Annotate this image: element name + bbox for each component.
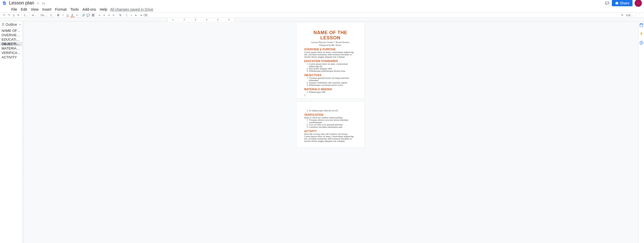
list-item[interactable]: Pellentesque pellentesque dictum urna. xyxy=(309,70,356,72)
overview-body[interactable]: Lorem ipsum dolor sit amet, consectetuer… xyxy=(304,51,356,58)
document-page[interactable]: NAME OF THE LESSON Lesson Plan for Grade… xyxy=(296,22,364,99)
menu-view[interactable]: View xyxy=(29,7,40,12)
section-overview[interactable]: OVERVIEW & PURPOSE xyxy=(304,48,356,51)
separator xyxy=(117,13,117,17)
font-select[interactable]: Os… xyxy=(39,14,47,17)
font-size-select[interactable]: 1… xyxy=(49,14,54,17)
avatar[interactable] xyxy=(635,0,642,7)
editing-mode-icon[interactable]: ✎ xyxy=(620,13,624,17)
list-item[interactable]: Lorem ipsum dolor sit amet, consectetuer… xyxy=(309,63,356,68)
separator xyxy=(123,13,124,17)
list-item[interactable]: Pellentesque (30) xyxy=(309,91,356,93)
separator xyxy=(48,13,48,17)
keep-icon[interactable] xyxy=(639,32,643,36)
list-item[interactable]: Pellentesque accumsan auctor tortor. xyxy=(309,84,356,86)
clear-format-icon[interactable]: ⌫ xyxy=(143,13,148,17)
list-item[interactable]: Curabitur tincidunt elementum ante xyxy=(309,126,356,128)
ruler-tick: 2 xyxy=(179,18,190,21)
menu-bar: File Edit View Insert Format Tools Add-o… xyxy=(0,6,644,13)
undo-icon[interactable]: ↶ xyxy=(2,13,6,17)
section-activity[interactable]: ACTIVITY xyxy=(304,130,356,133)
highlight-icon[interactable]: ✏ xyxy=(75,13,79,17)
menu-format[interactable]: Format xyxy=(53,7,68,12)
page-number: 1 xyxy=(304,94,306,97)
redo-icon[interactable]: ↷ xyxy=(7,13,11,17)
align-right-icon[interactable]: ≡ xyxy=(107,13,111,17)
paint-format-icon[interactable]: ✎ xyxy=(16,13,20,17)
menu-file[interactable]: File xyxy=(9,7,19,12)
ruler-tick: 4 xyxy=(201,18,212,21)
ruler-tick: 3 xyxy=(190,18,201,21)
separator xyxy=(636,13,636,17)
verification-list[interactable]: Vivamus ultrices eros nec lectus interdu… xyxy=(304,119,356,128)
bold-icon[interactable]: B xyxy=(56,13,60,17)
link-icon[interactable]: 🔗 xyxy=(81,13,86,17)
outline-close-icon[interactable]: × xyxy=(19,23,21,26)
outline-item[interactable]: OVERVIEW … xyxy=(0,33,22,37)
document-page[interactable]: Ut ullamcorper ultricies est (5) VERIFIC… xyxy=(296,102,364,148)
comment-add-icon[interactable]: 💬 xyxy=(86,13,90,17)
outline-item[interactable]: ACTIVITY xyxy=(0,55,22,59)
italic-icon[interactable]: I xyxy=(61,13,65,17)
outline-toggle-icon[interactable]: ☰ xyxy=(2,23,4,26)
comments-icon[interactable] xyxy=(605,1,610,6)
align-center-icon[interactable]: ≡ xyxy=(102,13,106,17)
align-left-icon[interactable]: ≡ xyxy=(97,13,102,17)
outline-item[interactable]: EDUCATION… xyxy=(0,37,22,42)
editing-mode-label[interactable]: Edi… xyxy=(625,14,634,17)
section-standards[interactable]: EDUCATION STANDARDS xyxy=(304,60,356,63)
menu-help[interactable]: Help xyxy=(98,7,109,12)
print-icon[interactable]: ⎙ xyxy=(11,13,16,17)
separator xyxy=(21,13,22,17)
move-icon[interactable]: ▭ xyxy=(42,1,45,5)
list-item[interactable]: Vivamus gravida lorem vel neque pulvinar… xyxy=(309,77,356,82)
document-canvas[interactable]: NAME OF THE LESSON Lesson Plan for Grade… xyxy=(22,21,638,243)
lesson-subtitle[interactable]: Lesson Plan for Grade 7, Social Science xyxy=(304,41,356,44)
objectives-list[interactable]: Vivamus gravida lorem vel neque pulvinar… xyxy=(304,77,356,86)
text-color-icon[interactable]: A xyxy=(70,13,74,17)
side-panel xyxy=(638,21,644,243)
style-select[interactable]: H… xyxy=(31,14,37,17)
outline-item[interactable]: OBJECTIVES xyxy=(0,42,22,46)
standards-list[interactable]: Lorem ipsum dolor sit amet, consectetuer… xyxy=(304,63,356,72)
menu-edit[interactable]: Edit xyxy=(19,7,29,12)
decrease-indent-icon[interactable]: ⇤ xyxy=(134,13,138,17)
numbered-list-icon[interactable]: ⒈ xyxy=(125,13,129,17)
image-icon[interactable]: 🖼 xyxy=(91,13,95,17)
materials-list[interactable]: Pellentesque (30) xyxy=(304,91,356,93)
lesson-title[interactable]: NAME OF THE LESSON xyxy=(304,30,356,41)
calendar-icon[interactable] xyxy=(639,23,643,27)
bulleted-list-icon[interactable]: • xyxy=(129,13,133,17)
underline-icon[interactable]: U xyxy=(66,13,70,17)
collapse-icon[interactable]: ˆ xyxy=(638,13,642,17)
menu-addons[interactable]: Add-ons xyxy=(81,7,98,12)
section-verification[interactable]: VERIFICATION xyxy=(304,113,356,116)
tasks-icon[interactable] xyxy=(639,41,643,45)
list-item[interactable]: Ut ullamcorper ultricies est (5) xyxy=(309,110,356,112)
outline-item[interactable]: NAME OF T… xyxy=(0,28,22,33)
share-button[interactable]: Share xyxy=(612,0,633,6)
document-title[interactable]: Lesson plan xyxy=(9,0,34,6)
lesson-author[interactable]: Prepared by Ms. Writer xyxy=(304,44,356,46)
zoom-select[interactable]: 1… xyxy=(23,14,28,17)
activity-body[interactable]: Lorem ipsum dolor sit amet, consectetuer… xyxy=(304,135,356,142)
outline-item[interactable]: MATERIALS… xyxy=(0,46,22,51)
materials-list-cont[interactable]: Ut ullamcorper ultricies est (5) xyxy=(304,110,356,112)
separator xyxy=(55,13,55,17)
margin-indicator xyxy=(22,21,24,243)
ruler[interactable]: 1 2 3 4 5 6 xyxy=(167,18,235,21)
svg-point-5 xyxy=(640,41,643,44)
docs-icon[interactable] xyxy=(2,0,7,6)
menu-tools[interactable]: Tools xyxy=(68,7,81,12)
list-item[interactable]: Vivamus ultrices eros nec lectus interdu… xyxy=(309,119,356,124)
menu-insert[interactable]: Insert xyxy=(40,7,53,12)
align-justify-icon[interactable]: ≡ xyxy=(112,13,116,17)
line-spacing-icon[interactable]: ⇅ xyxy=(118,13,122,17)
increase-indent-icon[interactable]: ⇥ xyxy=(139,13,143,17)
star-icon[interactable]: ☆ xyxy=(36,1,40,5)
section-materials[interactable]: MATERIALS NEEDED xyxy=(304,88,356,91)
svg-rect-0 xyxy=(4,3,5,3)
save-status[interactable]: All changes saved in Drive xyxy=(110,7,153,11)
outline-item[interactable]: VERIFICATI… xyxy=(0,51,22,55)
section-objectives[interactable]: OBJECTIVES xyxy=(304,74,356,77)
